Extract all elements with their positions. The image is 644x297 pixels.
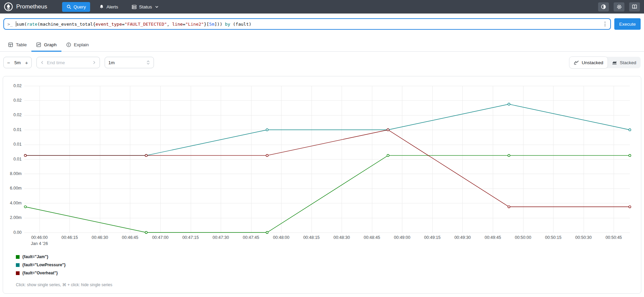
legend-label: {fault="Jam"} [22,254,48,259]
x-tick-label: 00:48:00 [267,235,295,240]
resolution-value: 1m [108,60,115,65]
legend-item[interactable]: {fault="LowPressure"} [16,263,65,267]
y-tick-label: 0.02 [3,98,22,103]
data-point-marker [24,206,26,208]
legend-label: {fault="Overheat"} [22,271,58,275]
terminal-prompt-icon: >_ [7,22,13,27]
graph-icon [36,42,41,47]
theme-toggle-button[interactable] [598,2,609,11]
range-increase-button[interactable]: + [25,60,28,66]
docs-button[interactable] [629,2,640,11]
data-point-marker [387,129,389,131]
query-menu-kebab-icon[interactable] [603,21,607,27]
query-token: machine_events_total [40,22,93,27]
h-gridline [24,232,630,233]
data-point-marker [266,154,268,156]
chevron-left-icon[interactable] [40,60,44,65]
x-tick-label: 00:50:30 [569,235,598,240]
server-icon [132,4,137,9]
y-tick-label: 0.02 [3,83,22,88]
query-token: = [183,22,185,27]
query-token: 5m [209,22,215,27]
nav-item-alerts[interactable]: Alerts [95,2,123,12]
segment-label: Unstacked [582,60,603,65]
query-expression[interactable]: sum(rate(machine_events_total{event_type… [16,21,251,27]
brand-title: Prometheus [16,3,47,10]
range-decrease-button[interactable]: − [7,60,10,66]
nav-label: Query [74,4,86,9]
top-navbar: Prometheus Query Alerts [0,0,644,14]
bell-icon [99,4,104,9]
graph-panel: 0.020.020.020.010.010.018.00m6.00m4.00m2… [3,76,641,294]
x-tick-label: 00:49:15 [418,235,447,240]
legend-item[interactable]: {fault="Overheat"} [16,271,65,275]
chevron-right-icon[interactable] [92,60,96,65]
x-tick-label: 00:46:00Jan 4 '26 [25,235,54,246]
stacked-area-icon [612,60,617,65]
graph-controls: − 5m + End time 1m Uns [0,52,644,74]
x-tick-label: 00:50:45 [599,235,628,240]
query-token: (fault) [230,22,251,27]
nav-item-query[interactable]: Query [62,2,90,12]
data-point-marker [24,154,26,156]
query-token: rate [27,22,37,27]
data-point-marker [508,103,510,105]
legend-item[interactable]: {fault="Jam"} [16,254,65,259]
tab-explain[interactable]: Explain [61,39,93,52]
x-tick-sublabel: Jan 4 '26 [25,241,54,246]
x-tick-label: 00:49:45 [479,235,507,240]
series-line [25,104,630,155]
query-token: )) [217,22,225,27]
stacking-segmented-control: Unstacked Stacked [569,57,641,68]
query-token: event_type [96,22,122,27]
legend-swatch [16,255,20,259]
resolution-select[interactable]: 1m [105,57,154,68]
x-tick-label: 00:46:45 [116,235,144,240]
query-expression-input[interactable]: >_ sum(rate(machine_events_total{event_t… [3,18,611,30]
series-line [25,130,630,207]
data-point-marker [266,129,268,131]
tab-graph[interactable]: Graph [31,39,61,52]
query-token: by [225,22,231,27]
settings-button[interactable] [614,2,624,11]
query-token: ( [24,22,27,27]
tab-table[interactable]: Table [3,39,31,52]
x-tick-label: 00:48:30 [327,235,356,240]
panel-tabs: Table Graph Explain [0,39,644,52]
y-tick-label: 0.01 [3,127,22,132]
query-token: "FAULT_DETECTED" [125,22,167,27]
query-bar: >_ sum(rate(machine_events_total{event_t… [0,14,644,34]
brand[interactable]: Prometheus [4,2,47,11]
range-value[interactable]: 5m [15,60,21,65]
nav-label: Alerts [106,4,118,9]
data-point-marker [387,154,389,156]
range-stepper: − 5m + [3,57,32,68]
x-tick-label: 00:47:45 [237,235,265,240]
unstacked-button[interactable]: Unstacked [569,57,608,68]
y-tick-label: 2.00m [3,215,22,220]
book-icon [632,4,637,9]
plot-area[interactable] [24,86,630,232]
execute-button[interactable]: Execute [614,18,641,30]
nav-label: Status [139,4,152,9]
data-point-marker [508,154,510,156]
data-point-marker [508,206,510,208]
x-tick-label: 00:47:00 [146,235,175,240]
x-tick-label: 00:49:30 [448,235,477,240]
x-tick-label: 00:47:15 [177,235,205,240]
nav-item-status[interactable]: Status [127,2,163,12]
prometheus-logo-icon [4,2,13,11]
query-token: } [204,22,207,27]
end-time-placeholder: End time [47,60,89,65]
chart-legend: {fault="Jam"}{fault="LowPressure"}{fault… [16,254,65,279]
y-tick-label: 0.02 [3,113,22,117]
data-point-marker [266,231,268,233]
query-token: { [93,22,96,27]
query-token: [ [207,22,209,27]
stacked-button[interactable]: Stacked [608,57,641,68]
series-svg [24,86,630,232]
data-point-marker [145,231,147,233]
y-tick-label: 4.00m [3,201,22,205]
end-time-input[interactable]: End time [36,57,100,68]
tab-label: Explain [74,42,89,47]
